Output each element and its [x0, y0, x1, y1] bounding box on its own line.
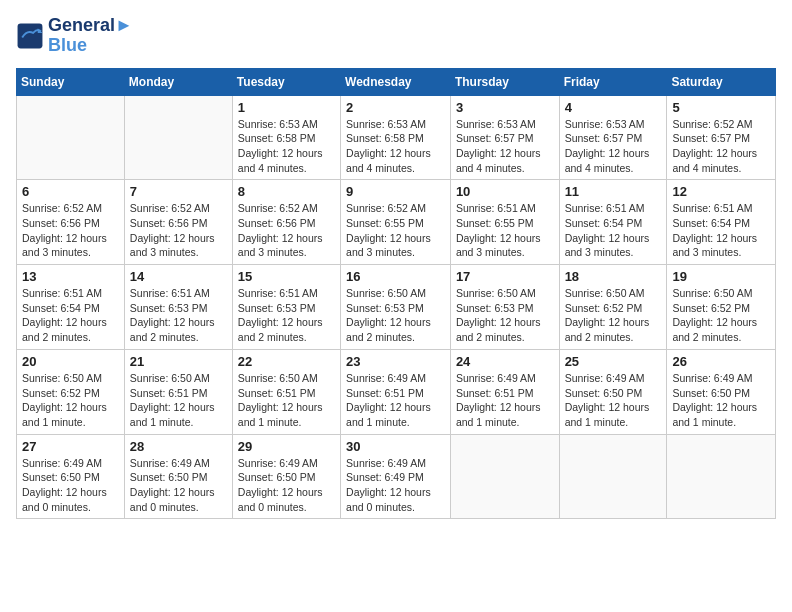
day-info: Sunrise: 6:53 AM Sunset: 6:57 PM Dayligh… [456, 117, 554, 176]
day-info: Sunrise: 6:52 AM Sunset: 6:56 PM Dayligh… [238, 201, 335, 260]
calendar-cell: 10Sunrise: 6:51 AM Sunset: 6:55 PM Dayli… [450, 180, 559, 265]
calendar-cell [559, 434, 667, 519]
calendar-cell: 29Sunrise: 6:49 AM Sunset: 6:50 PM Dayli… [232, 434, 340, 519]
calendar-cell [667, 434, 776, 519]
day-number: 21 [130, 354, 227, 369]
day-number: 1 [238, 100, 335, 115]
day-number: 16 [346, 269, 445, 284]
calendar-cell: 5Sunrise: 6:52 AM Sunset: 6:57 PM Daylig… [667, 95, 776, 180]
calendar-cell: 26Sunrise: 6:49 AM Sunset: 6:50 PM Dayli… [667, 349, 776, 434]
day-info: Sunrise: 6:51 AM Sunset: 6:55 PM Dayligh… [456, 201, 554, 260]
calendar-cell: 23Sunrise: 6:49 AM Sunset: 6:51 PM Dayli… [341, 349, 451, 434]
day-info: Sunrise: 6:53 AM Sunset: 6:58 PM Dayligh… [238, 117, 335, 176]
day-info: Sunrise: 6:53 AM Sunset: 6:57 PM Dayligh… [565, 117, 662, 176]
calendar-cell: 2Sunrise: 6:53 AM Sunset: 6:58 PM Daylig… [341, 95, 451, 180]
day-number: 8 [238, 184, 335, 199]
day-number: 7 [130, 184, 227, 199]
day-number: 5 [672, 100, 770, 115]
day-info: Sunrise: 6:50 AM Sunset: 6:51 PM Dayligh… [238, 371, 335, 430]
calendar-cell: 14Sunrise: 6:51 AM Sunset: 6:53 PM Dayli… [124, 265, 232, 350]
day-number: 28 [130, 439, 227, 454]
calendar-cell: 24Sunrise: 6:49 AM Sunset: 6:51 PM Dayli… [450, 349, 559, 434]
day-info: Sunrise: 6:49 AM Sunset: 6:50 PM Dayligh… [130, 456, 227, 515]
calendar-cell: 9Sunrise: 6:52 AM Sunset: 6:55 PM Daylig… [341, 180, 451, 265]
day-info: Sunrise: 6:49 AM Sunset: 6:51 PM Dayligh… [346, 371, 445, 430]
calendar-week-row: 6Sunrise: 6:52 AM Sunset: 6:56 PM Daylig… [17, 180, 776, 265]
day-number: 23 [346, 354, 445, 369]
day-number: 17 [456, 269, 554, 284]
calendar-cell [124, 95, 232, 180]
calendar-week-row: 27Sunrise: 6:49 AM Sunset: 6:50 PM Dayli… [17, 434, 776, 519]
day-info: Sunrise: 6:49 AM Sunset: 6:49 PM Dayligh… [346, 456, 445, 515]
calendar-cell: 15Sunrise: 6:51 AM Sunset: 6:53 PM Dayli… [232, 265, 340, 350]
weekday-header-row: SundayMondayTuesdayWednesdayThursdayFrid… [17, 68, 776, 95]
day-info: Sunrise: 6:50 AM Sunset: 6:51 PM Dayligh… [130, 371, 227, 430]
day-info: Sunrise: 6:52 AM Sunset: 6:56 PM Dayligh… [130, 201, 227, 260]
calendar-cell: 17Sunrise: 6:50 AM Sunset: 6:53 PM Dayli… [450, 265, 559, 350]
day-info: Sunrise: 6:49 AM Sunset: 6:51 PM Dayligh… [456, 371, 554, 430]
day-info: Sunrise: 6:51 AM Sunset: 6:54 PM Dayligh… [565, 201, 662, 260]
calendar-cell: 22Sunrise: 6:50 AM Sunset: 6:51 PM Dayli… [232, 349, 340, 434]
day-number: 24 [456, 354, 554, 369]
calendar-cell: 7Sunrise: 6:52 AM Sunset: 6:56 PM Daylig… [124, 180, 232, 265]
weekday-header: Friday [559, 68, 667, 95]
calendar-cell: 8Sunrise: 6:52 AM Sunset: 6:56 PM Daylig… [232, 180, 340, 265]
calendar-cell: 1Sunrise: 6:53 AM Sunset: 6:58 PM Daylig… [232, 95, 340, 180]
calendar-cell: 21Sunrise: 6:50 AM Sunset: 6:51 PM Dayli… [124, 349, 232, 434]
calendar-cell: 3Sunrise: 6:53 AM Sunset: 6:57 PM Daylig… [450, 95, 559, 180]
calendar-week-row: 1Sunrise: 6:53 AM Sunset: 6:58 PM Daylig… [17, 95, 776, 180]
logo-text: General►Blue [48, 16, 133, 56]
day-number: 19 [672, 269, 770, 284]
day-number: 11 [565, 184, 662, 199]
day-number: 18 [565, 269, 662, 284]
calendar-cell: 11Sunrise: 6:51 AM Sunset: 6:54 PM Dayli… [559, 180, 667, 265]
day-info: Sunrise: 6:52 AM Sunset: 6:57 PM Dayligh… [672, 117, 770, 176]
day-number: 26 [672, 354, 770, 369]
calendar-cell: 18Sunrise: 6:50 AM Sunset: 6:52 PM Dayli… [559, 265, 667, 350]
weekday-header: Tuesday [232, 68, 340, 95]
weekday-header: Wednesday [341, 68, 451, 95]
day-number: 22 [238, 354, 335, 369]
weekday-header: Monday [124, 68, 232, 95]
day-info: Sunrise: 6:50 AM Sunset: 6:53 PM Dayligh… [346, 286, 445, 345]
logo-icon [16, 22, 44, 50]
day-number: 30 [346, 439, 445, 454]
day-number: 3 [456, 100, 554, 115]
day-number: 2 [346, 100, 445, 115]
calendar-cell: 28Sunrise: 6:49 AM Sunset: 6:50 PM Dayli… [124, 434, 232, 519]
calendar-cell: 25Sunrise: 6:49 AM Sunset: 6:50 PM Dayli… [559, 349, 667, 434]
weekday-header: Thursday [450, 68, 559, 95]
calendar-cell: 30Sunrise: 6:49 AM Sunset: 6:49 PM Dayli… [341, 434, 451, 519]
logo: General►Blue [16, 16, 133, 56]
calendar-cell: 6Sunrise: 6:52 AM Sunset: 6:56 PM Daylig… [17, 180, 125, 265]
calendar-cell [17, 95, 125, 180]
calendar-cell: 19Sunrise: 6:50 AM Sunset: 6:52 PM Dayli… [667, 265, 776, 350]
day-number: 14 [130, 269, 227, 284]
weekday-header: Saturday [667, 68, 776, 95]
calendar-cell: 4Sunrise: 6:53 AM Sunset: 6:57 PM Daylig… [559, 95, 667, 180]
day-number: 25 [565, 354, 662, 369]
day-number: 20 [22, 354, 119, 369]
day-info: Sunrise: 6:52 AM Sunset: 6:56 PM Dayligh… [22, 201, 119, 260]
calendar-cell: 27Sunrise: 6:49 AM Sunset: 6:50 PM Dayli… [17, 434, 125, 519]
day-info: Sunrise: 6:50 AM Sunset: 6:52 PM Dayligh… [565, 286, 662, 345]
day-info: Sunrise: 6:51 AM Sunset: 6:53 PM Dayligh… [130, 286, 227, 345]
weekday-header: Sunday [17, 68, 125, 95]
day-info: Sunrise: 6:50 AM Sunset: 6:53 PM Dayligh… [456, 286, 554, 345]
calendar-cell [450, 434, 559, 519]
day-info: Sunrise: 6:51 AM Sunset: 6:53 PM Dayligh… [238, 286, 335, 345]
day-number: 9 [346, 184, 445, 199]
day-info: Sunrise: 6:51 AM Sunset: 6:54 PM Dayligh… [672, 201, 770, 260]
day-info: Sunrise: 6:49 AM Sunset: 6:50 PM Dayligh… [565, 371, 662, 430]
calendar-cell: 12Sunrise: 6:51 AM Sunset: 6:54 PM Dayli… [667, 180, 776, 265]
day-info: Sunrise: 6:49 AM Sunset: 6:50 PM Dayligh… [22, 456, 119, 515]
day-info: Sunrise: 6:49 AM Sunset: 6:50 PM Dayligh… [238, 456, 335, 515]
day-info: Sunrise: 6:50 AM Sunset: 6:52 PM Dayligh… [672, 286, 770, 345]
day-info: Sunrise: 6:51 AM Sunset: 6:54 PM Dayligh… [22, 286, 119, 345]
day-info: Sunrise: 6:53 AM Sunset: 6:58 PM Dayligh… [346, 117, 445, 176]
calendar-cell: 20Sunrise: 6:50 AM Sunset: 6:52 PM Dayli… [17, 349, 125, 434]
day-number: 13 [22, 269, 119, 284]
calendar-cell: 13Sunrise: 6:51 AM Sunset: 6:54 PM Dayli… [17, 265, 125, 350]
day-info: Sunrise: 6:50 AM Sunset: 6:52 PM Dayligh… [22, 371, 119, 430]
day-info: Sunrise: 6:49 AM Sunset: 6:50 PM Dayligh… [672, 371, 770, 430]
